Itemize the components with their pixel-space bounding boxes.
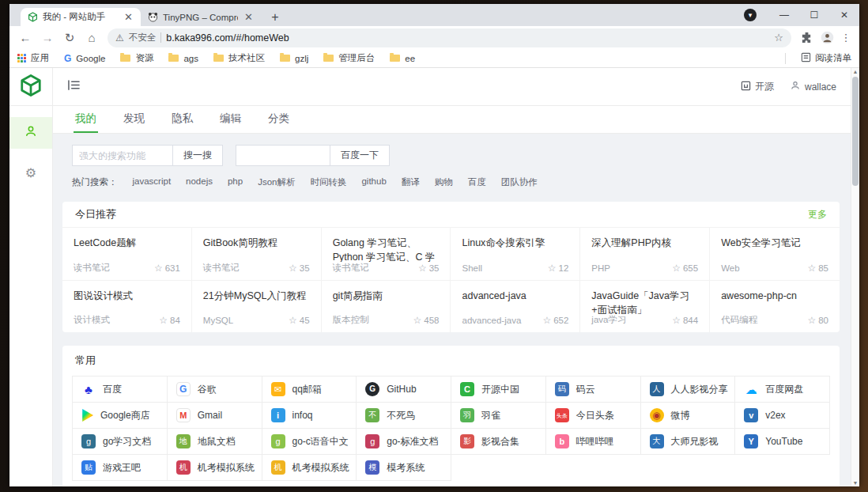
site-search-input[interactable] <box>72 145 173 166</box>
common-site-item[interactable]: 人人人影视分享 <box>641 377 736 403</box>
close-button[interactable]: ✕ <box>829 4 859 26</box>
page-scrollbar[interactable]: ▲ ▼ <box>851 68 859 486</box>
common-site-item[interactable]: ggo-c语音中文 <box>262 429 357 455</box>
tab-分类[interactable]: 分类 <box>266 106 291 133</box>
recommend-item[interactable]: Web安全学习笔记Web☆85 <box>710 228 840 280</box>
minimize-button[interactable]: — <box>769 4 799 26</box>
common-site-item[interactable]: vv2ex <box>735 403 830 429</box>
open-source-link[interactable]: 开源 <box>741 80 774 93</box>
baidu-search-button[interactable]: 百度一下 <box>330 145 390 166</box>
star-number: 844 <box>683 316 698 325</box>
browser-update-icon[interactable]: ▾ <box>744 9 757 21</box>
bookmark-item[interactable]: 资源 <box>120 52 153 64</box>
common-site-item[interactable]: b哔哩哔哩 <box>546 429 641 455</box>
browser-menu-icon[interactable]: ⋮ <box>839 32 853 44</box>
hot-search-tag[interactable]: php <box>228 176 243 188</box>
recommend-item[interactable]: Golang 学习笔记、Python 学习笔记、C 学习笔记读书笔记☆35 <box>322 228 451 280</box>
sidebar-item-profile[interactable] <box>9 117 52 149</box>
hot-search-tag[interactable]: 购物 <box>435 176 453 188</box>
common-site-item[interactable]: Google商店 <box>73 403 168 429</box>
recommend-item[interactable]: Linux命令搜索引擎Shell☆12 <box>451 228 580 280</box>
browser-tab[interactable]: 我的 - 网站助手✕ <box>21 8 141 26</box>
common-site-item[interactable]: C开源中国 <box>451 377 546 403</box>
sidebar-collapse-icon[interactable] <box>67 79 81 94</box>
scrollbar-thumb[interactable] <box>852 77 859 186</box>
common-site-item[interactable]: 地地鼠文档 <box>168 429 262 455</box>
hot-search-tag[interactable]: 团队协作 <box>501 176 538 188</box>
site-logo[interactable] <box>9 68 52 106</box>
scroll-down-icon[interactable]: ▼ <box>851 480 859 486</box>
common-site-item[interactable]: ♣百度 <box>73 377 168 403</box>
sidebar-item-settings[interactable]: ⚙ <box>9 157 52 188</box>
extensions-puzzle-icon[interactable] <box>798 29 815 47</box>
recommend-item[interactable]: 图说设计模式设计模式☆84 <box>62 280 192 332</box>
common-site-item[interactable]: 模模考系统 <box>357 455 451 481</box>
bookmark-item[interactable]: ee <box>390 54 415 63</box>
hot-search-tag[interactable]: 百度 <box>468 176 486 188</box>
bookmark-item[interactable]: ags <box>168 54 198 63</box>
bookmark-item[interactable]: gzlj <box>280 54 308 63</box>
recommend-item[interactable]: awesome-php-cn代码编程☆80 <box>710 280 840 332</box>
common-site-item[interactable]: MGmail <box>168 403 262 429</box>
recommend-item[interactable]: 深入理解PHP内核PHP☆655 <box>580 228 710 280</box>
common-site-item[interactable]: 大大师兄影视 <box>641 429 736 455</box>
recommend-item[interactable]: advanced-javaadvanced-java☆652 <box>451 280 580 332</box>
home-icon[interactable]: ⌂ <box>82 28 101 47</box>
common-site-item[interactable]: ggo-标准文档 <box>357 429 451 455</box>
reading-list-button[interactable]: 阅读清单 <box>801 52 851 64</box>
browser-tab[interactable]: TinyPNG – Compress PNG im…✕ <box>141 8 261 26</box>
hot-search-tag[interactable]: 时间转换 <box>310 176 346 188</box>
profile-avatar[interactable] <box>818 29 836 47</box>
bookmark-item[interactable]: 管理后台 <box>323 52 375 64</box>
scroll-up-icon[interactable]: ▲ <box>851 69 859 74</box>
tab-隐私[interactable]: 隐私 <box>170 106 194 133</box>
tab-close-icon[interactable]: ✕ <box>243 11 255 23</box>
common-site-item[interactable]: ggo学习文档 <box>73 429 168 455</box>
tab-我的[interactable]: 我的 <box>74 106 98 133</box>
back-icon[interactable]: ← <box>16 28 35 47</box>
common-site-item[interactable]: 机机考模拟系统 <box>262 455 357 481</box>
recommend-item[interactable]: JavaGuide「Java学习+面试指南」java学习☆844 <box>580 280 710 332</box>
common-site-item[interactable]: 贴游戏王吧 <box>73 455 168 481</box>
hot-search-tag[interactable]: github <box>361 176 386 188</box>
recommend-item[interactable]: 21分钟MySQL入门教程MySQL☆45 <box>192 280 322 332</box>
common-site-item[interactable]: 影影视合集 <box>451 429 546 455</box>
common-site-item[interactable]: ☁百度网盘 <box>735 377 830 403</box>
tab-close-icon[interactable]: ✕ <box>123 11 134 23</box>
common-site-item[interactable]: GGitHub <box>357 377 451 403</box>
common-site-item[interactable]: 羽羽雀 <box>451 403 546 429</box>
new-tab-button[interactable]: + <box>266 8 285 26</box>
user-menu[interactable]: wallace <box>790 80 836 93</box>
common-site-item[interactable]: 不不死鸟 <box>357 403 451 429</box>
reload-icon[interactable]: ↻ <box>60 28 79 47</box>
recommend-item[interactable]: GitBook简明教程读书笔记☆35 <box>192 228 322 280</box>
common-site-item[interactable]: 头条今日头条 <box>546 403 641 429</box>
address-bar[interactable]: ⚠ 不安全 b.kaka996.com/#/homeWeb ☆ <box>108 28 791 47</box>
tab-发现[interactable]: 发现 <box>122 106 146 133</box>
common-site-item[interactable]: G谷歌 <box>168 377 262 403</box>
bookmark-star-icon[interactable]: ☆ <box>774 32 783 44</box>
common-site-item[interactable]: ✉qq邮箱 <box>262 377 357 403</box>
common-site-item[interactable]: iinfoq <box>262 403 357 429</box>
baidu-search-input[interactable] <box>236 145 330 166</box>
common-site-item[interactable]: 机机考模拟系统 <box>168 455 262 481</box>
maximize-button[interactable]: ☐ <box>799 4 829 26</box>
hot-search-tag[interactable]: javascript <box>133 176 172 188</box>
star-icon: ☆ <box>548 263 557 274</box>
common-site-item[interactable]: 码码云 <box>546 377 641 403</box>
hot-search-tag[interactable]: nodejs <box>186 176 213 188</box>
bookmark-item[interactable]: 技术社区 <box>213 52 265 64</box>
common-site-item[interactable]: ◉微博 <box>641 403 736 429</box>
url-text[interactable]: b.kaka996.com/#/homeWeb <box>166 32 769 44</box>
site-search-button[interactable]: 搜一搜 <box>172 145 223 166</box>
hot-search-tag[interactable]: Json解析 <box>258 176 295 188</box>
bookmark-item[interactable]: GGoogle <box>64 53 105 64</box>
tab-编辑[interactable]: 编辑 <box>218 106 243 133</box>
recommend-item[interactable]: LeetCode题解读书笔记☆631 <box>62 228 192 280</box>
forward-icon[interactable]: → <box>38 28 57 47</box>
recommend-item[interactable]: git简易指南版本控制☆458 <box>322 280 451 332</box>
bookmark-item[interactable]: 应用 <box>17 52 49 64</box>
more-link[interactable]: 更多 <box>808 208 827 221</box>
hot-search-tag[interactable]: 翻译 <box>402 176 420 188</box>
common-site-item[interactable]: YYouTube <box>735 429 830 455</box>
